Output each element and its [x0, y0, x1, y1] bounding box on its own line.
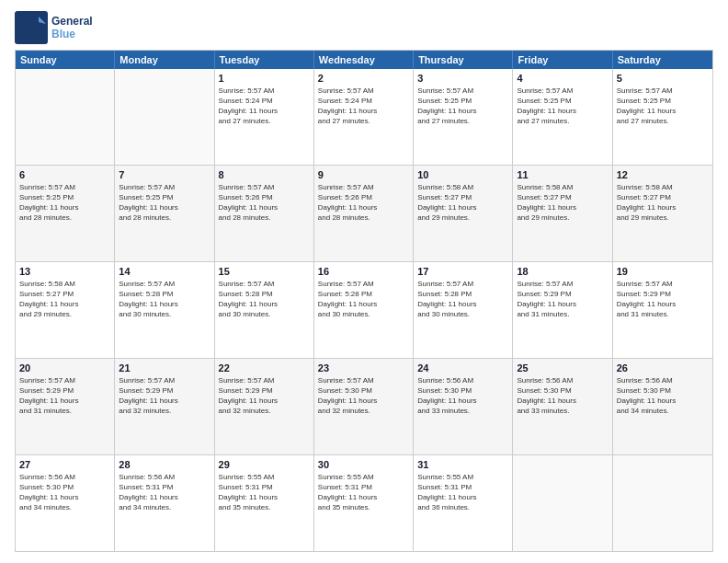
calendar-day-19: 19Sunrise: 5:57 AMSunset: 5:29 PMDayligh…	[613, 262, 712, 358]
day-number: 29	[219, 458, 310, 471]
calendar-day-10: 10Sunrise: 5:58 AMSunset: 5:27 PMDayligh…	[414, 166, 513, 261]
day-info-line: Daylight: 11 hours	[318, 396, 409, 407]
calendar-day-1: 1Sunrise: 5:57 AMSunset: 5:24 PMDaylight…	[215, 69, 314, 165]
day-info-line: Sunset: 5:25 PM	[517, 97, 608, 107]
day-info-line: and 35 minutes.	[318, 503, 409, 513]
logo-icon	[15, 11, 48, 44]
day-info-line: Sunset: 5:31 PM	[119, 483, 210, 493]
day-info-line: and 27 minutes.	[617, 117, 709, 127]
day-info-line: and 28 minutes.	[119, 213, 210, 224]
day-info-line: and 33 minutes.	[417, 407, 508, 417]
day-info-line: Sunrise: 5:57 AM	[19, 376, 110, 386]
day-info-line: Sunrise: 5:56 AM	[19, 473, 110, 483]
calendar-day-22: 22Sunrise: 5:57 AMSunset: 5:29 PMDayligh…	[215, 359, 314, 454]
day-info-line: and 30 minutes.	[119, 310, 210, 320]
day-info-line: Daylight: 11 hours	[19, 300, 110, 310]
header-day-saturday: Saturday	[613, 51, 712, 69]
day-info-line: Sunset: 5:28 PM	[119, 290, 210, 300]
calendar-week-4: 20Sunrise: 5:57 AMSunset: 5:29 PMDayligh…	[16, 358, 712, 454]
day-info-line: and 36 minutes.	[417, 503, 508, 513]
calendar-day-13: 13Sunrise: 5:58 AMSunset: 5:27 PMDayligh…	[16, 262, 115, 358]
calendar-day-30: 30Sunrise: 5:55 AMSunset: 5:31 PMDayligh…	[314, 455, 414, 551]
day-info-line: Sunset: 5:30 PM	[417, 386, 508, 396]
day-info-line: Sunrise: 5:57 AM	[417, 280, 508, 290]
day-info-line: and 35 minutes.	[219, 503, 310, 513]
day-info-line: Daylight: 11 hours	[219, 203, 310, 213]
calendar-week-3: 13Sunrise: 5:58 AMSunset: 5:27 PMDayligh…	[16, 261, 712, 358]
calendar: SundayMondayTuesdayWednesdayThursdayFrid…	[15, 50, 713, 552]
day-info-line: Sunrise: 5:57 AM	[617, 86, 709, 97]
day-info-line: and 29 minutes.	[417, 213, 508, 224]
calendar-day-4: 4Sunrise: 5:57 AMSunset: 5:25 PMDaylight…	[513, 69, 612, 165]
day-info-line: Daylight: 11 hours	[417, 396, 508, 407]
day-info-line: Sunset: 5:29 PM	[617, 290, 709, 300]
header-day-monday: Monday	[115, 51, 214, 69]
day-info-line: Daylight: 11 hours	[318, 203, 409, 213]
day-info-line: Sunrise: 5:57 AM	[219, 376, 310, 386]
day-info-line: and 31 minutes.	[19, 407, 110, 417]
day-info-line: and 33 minutes.	[517, 407, 608, 417]
day-number: 7	[119, 168, 210, 181]
calendar-day-26: 26Sunrise: 5:56 AMSunset: 5:30 PMDayligh…	[613, 359, 712, 454]
calendar-day-29: 29Sunrise: 5:55 AMSunset: 5:31 PMDayligh…	[215, 455, 314, 551]
header: GeneralBlue	[15, 11, 713, 44]
day-info-line: Sunset: 5:25 PM	[119, 193, 210, 203]
day-number: 25	[517, 362, 608, 374]
day-info-line: Sunset: 5:29 PM	[119, 386, 210, 396]
day-info-line: Sunset: 5:27 PM	[617, 193, 709, 203]
day-info-line: and 32 minutes.	[219, 407, 310, 417]
day-number: 16	[318, 265, 409, 278]
day-info-line: Sunrise: 5:57 AM	[517, 280, 608, 290]
calendar-day-6: 6Sunrise: 5:57 AMSunset: 5:25 PMDaylight…	[16, 166, 115, 261]
logo: GeneralBlue	[15, 11, 93, 44]
day-number: 5	[617, 72, 709, 85]
day-info-line: Daylight: 11 hours	[119, 300, 210, 310]
day-info-line: Daylight: 11 hours	[617, 203, 709, 213]
calendar-day-16: 16Sunrise: 5:57 AMSunset: 5:28 PMDayligh…	[314, 262, 414, 358]
day-info-line: Sunrise: 5:55 AM	[318, 473, 409, 483]
day-info-line: Sunset: 5:28 PM	[318, 290, 409, 300]
day-info-line: and 28 minutes.	[19, 213, 110, 224]
day-info-line: Sunset: 5:28 PM	[417, 290, 508, 300]
day-info-line: Daylight: 11 hours	[219, 396, 310, 407]
day-info-line: Sunrise: 5:57 AM	[318, 86, 409, 97]
day-info-line: and 28 minutes.	[318, 213, 409, 224]
day-info-line: and 34 minutes.	[119, 503, 210, 513]
day-info-line: Sunset: 5:27 PM	[417, 193, 508, 203]
day-info-line: and 29 minutes.	[19, 310, 110, 320]
day-info-line: Daylight: 11 hours	[417, 300, 508, 310]
calendar-day-27: 27Sunrise: 5:56 AMSunset: 5:30 PMDayligh…	[16, 455, 115, 551]
day-info-line: Sunrise: 5:56 AM	[119, 473, 210, 483]
day-info-line: Sunrise: 5:57 AM	[119, 376, 210, 386]
day-info-line: Sunrise: 5:57 AM	[517, 86, 608, 97]
day-number: 21	[119, 362, 210, 374]
day-info-line: Daylight: 11 hours	[517, 203, 608, 213]
day-number: 15	[219, 265, 310, 278]
day-info-line: Sunset: 5:25 PM	[617, 97, 709, 107]
calendar-empty-cell	[613, 455, 712, 551]
day-info-line: Sunrise: 5:57 AM	[119, 183, 210, 193]
day-info-line: Daylight: 11 hours	[617, 396, 709, 407]
calendar-empty-cell	[16, 69, 115, 165]
day-info-line: Sunrise: 5:57 AM	[318, 183, 409, 193]
day-number: 17	[417, 265, 508, 278]
day-info-line: and 34 minutes.	[617, 407, 709, 417]
day-info-line: Daylight: 11 hours	[19, 203, 110, 213]
day-info-line: Daylight: 11 hours	[318, 493, 409, 503]
calendar-day-14: 14Sunrise: 5:57 AMSunset: 5:28 PMDayligh…	[115, 262, 214, 358]
day-info-line: and 34 minutes.	[19, 503, 110, 513]
day-info-line: Sunset: 5:30 PM	[318, 386, 409, 396]
day-number: 6	[19, 168, 110, 181]
day-number: 24	[417, 362, 508, 374]
day-info-line: Sunrise: 5:57 AM	[219, 86, 310, 97]
day-info-line: Sunrise: 5:55 AM	[417, 473, 508, 483]
day-info-line: Sunset: 5:31 PM	[219, 483, 310, 493]
day-info-line: and 27 minutes.	[219, 117, 310, 127]
calendar-body: 1Sunrise: 5:57 AMSunset: 5:24 PMDaylight…	[16, 69, 712, 551]
day-info-line: Sunrise: 5:56 AM	[617, 376, 709, 386]
calendar-header: SundayMondayTuesdayWednesdayThursdayFrid…	[16, 51, 712, 69]
day-info-line: Daylight: 11 hours	[119, 203, 210, 213]
day-info-line: Daylight: 11 hours	[318, 300, 409, 310]
day-number: 3	[417, 72, 508, 85]
calendar-week-5: 27Sunrise: 5:56 AMSunset: 5:30 PMDayligh…	[16, 454, 712, 551]
